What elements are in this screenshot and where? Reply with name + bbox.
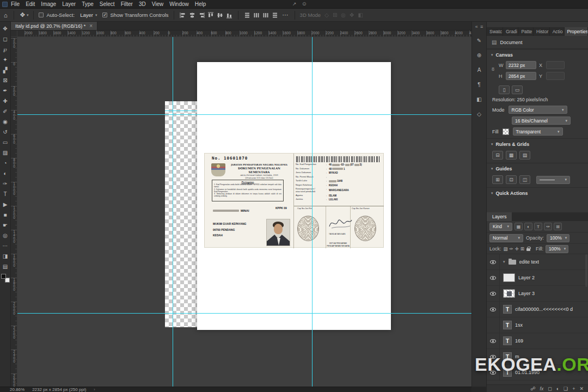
- panel-tab-gradi[interactable]: Gradi: [503, 27, 518, 36]
- clear-guides-button[interactable]: ◫: [519, 175, 530, 184]
- menu-item-filter[interactable]: Filter: [121, 1, 133, 7]
- move-tool-preset-icon[interactable]: ✥: [19, 11, 26, 19]
- move-tool[interactable]: ✥: [1, 23, 10, 34]
- menu-item-window[interactable]: Window: [169, 1, 189, 7]
- dodge-tool[interactable]: ◐: [1, 168, 10, 179]
- filter-smart-objects-icon[interactable]: ⊞: [554, 223, 562, 230]
- panel-tab-properties[interactable]: Properties: [565, 27, 588, 36]
- layer-visibility-toggle[interactable]: [487, 302, 500, 317]
- menu-item-image[interactable]: Image: [41, 1, 56, 7]
- layer-visibility-toggle[interactable]: [487, 317, 500, 333]
- grid-settings-button[interactable]: ▤: [519, 151, 530, 160]
- pen-tool[interactable]: ✑: [1, 179, 10, 189]
- layer-row[interactable]: Tcifa000000...<<<<<<<<0 d: [487, 302, 588, 317]
- canvas-area[interactable]: No. 10601870 JABATAN PENDAFTARAN NEGARA …: [17, 37, 471, 387]
- brush-settings-icon[interactable]: ✎: [474, 36, 484, 45]
- paragraph-panel-icon[interactable]: ¶: [474, 80, 484, 89]
- new-group-icon[interactable]: ❏: [564, 386, 568, 391]
- gradient-tool[interactable]: ▨: [1, 148, 10, 158]
- layer-row[interactable]: Layer 2: [487, 270, 588, 286]
- tab-layers[interactable]: Layers: [487, 212, 512, 221]
- path-selection-tool[interactable]: ▶: [1, 199, 10, 210]
- clone-stamp-tool[interactable]: ◉: [1, 117, 10, 127]
- zoom-level[interactable]: 20.86%: [10, 387, 24, 392]
- filter-adjustment-layers-icon[interactable]: ◐: [524, 223, 532, 230]
- layer-visibility-toggle[interactable]: [487, 254, 500, 270]
- distribute-horizontal-icon[interactable]: [253, 11, 260, 19]
- group-caret-icon[interactable]: ▾: [503, 260, 505, 264]
- more-align-options-icon[interactable]: ⋯: [281, 11, 290, 19]
- toggle-rulers-button[interactable]: ⊟: [492, 151, 503, 160]
- lock-guides-button[interactable]: ⊡: [506, 175, 517, 184]
- align-left-icon[interactable]: [179, 11, 187, 19]
- libraries-panel-icon[interactable]: ◇: [474, 109, 484, 118]
- crop-tool[interactable]: ▞: [1, 65, 10, 75]
- photoshop-app-icon[interactable]: [2, 2, 8, 7]
- layer-effects-icon[interactable]: fx: [540, 386, 544, 391]
- close-icon[interactable]: ×: [89, 23, 93, 29]
- expand-panels-icon[interactable]: «: [475, 24, 478, 29]
- status-options-icon[interactable]: ›: [94, 388, 95, 391]
- quick-selection-tool[interactable]: ✦: [1, 54, 10, 65]
- scrollbar[interactable]: [585, 254, 587, 287]
- lasso-tool[interactable]: ℘: [1, 44, 10, 54]
- brush-tool[interactable]: ✐: [1, 106, 10, 117]
- menu-item-view[interactable]: View: [152, 1, 164, 7]
- fill-select[interactable]: 100%: [546, 245, 568, 253]
- horizontal-guide[interactable]: [165, 111, 197, 111]
- show-transform-checkbox[interactable]: ✓: [102, 13, 107, 17]
- align-right-icon[interactable]: [198, 11, 205, 19]
- clone-source-icon[interactable]: ⊕: [474, 51, 484, 59]
- home-icon[interactable]: ⌂: [3, 12, 9, 19]
- padlock-icon[interactable]: [526, 248, 530, 251]
- panel-tab-histor[interactable]: Histor: [534, 27, 550, 36]
- distribute-left-icon[interactable]: [262, 11, 270, 19]
- filter-type-layers-icon[interactable]: T: [534, 223, 542, 230]
- document-canvas[interactable]: No. 10601870 JABATAN PENDAFTARAN NEGARA …: [197, 62, 391, 330]
- ruler-origin-corner[interactable]: [11, 30, 17, 37]
- menu-item-help[interactable]: Help: [195, 1, 206, 7]
- bit-depth-select[interactable]: 16 Bits/Channel: [512, 117, 571, 125]
- eyedropper-tool[interactable]: ✒: [1, 85, 10, 96]
- frame-tool[interactable]: ⊠: [1, 75, 10, 85]
- adjustment-layer-icon[interactable]: ◐: [556, 386, 559, 391]
- menu-item-3d[interactable]: 3D: [139, 1, 146, 7]
- history-brush-tool[interactable]: ↺: [1, 127, 10, 137]
- color-swatches[interactable]: [1, 274, 10, 283]
- menu-item-edit[interactable]: Edit: [26, 1, 35, 7]
- align-top-icon[interactable]: [207, 11, 215, 19]
- lock-transparency-icon[interactable]: ▨: [504, 246, 508, 252]
- layer-row[interactable]: T1sx: [487, 317, 588, 333]
- guides-section-header[interactable]: ▾ Guides: [487, 163, 588, 174]
- layer-visibility-toggle[interactable]: [487, 270, 500, 285]
- vertical-ruler[interactable]: 2000200400600800100012001400160018002000…: [11, 37, 17, 387]
- height-input[interactable]: 2854 px: [506, 72, 536, 80]
- horizontal-ruler[interactable]: 2000180016001400120010008006004002000200…: [17, 30, 471, 37]
- filter-kind-select[interactable]: Kind: [489, 223, 512, 231]
- auto-select-checkbox[interactable]: [39, 13, 44, 17]
- healing-brush-tool[interactable]: ✚: [1, 96, 10, 106]
- align-middle-icon[interactable]: [216, 11, 224, 19]
- new-guide-layout-button[interactable]: ⊞: [492, 175, 503, 184]
- delete-layer-icon[interactable]: ✕: [579, 386, 584, 391]
- toggle-grid-button[interactable]: ▦: [506, 151, 517, 160]
- vertical-guide[interactable]: [173, 37, 173, 387]
- tool-preset-caret-icon[interactable]: ▾: [27, 13, 29, 17]
- canvas-fill-select[interactable]: Transparent: [513, 127, 563, 136]
- rectangle-tool[interactable]: ■: [1, 210, 10, 220]
- link-layers-icon[interactable]: ☍: [530, 386, 535, 391]
- edit-toolbar-icon[interactable]: ⋯: [1, 241, 10, 251]
- menu-item-layer[interactable]: Layer: [62, 1, 76, 7]
- document-tab[interactable]: Italy id.psd @ 20.7% (RGB/16) * ×: [11, 22, 97, 30]
- vertical-guide[interactable]: [312, 37, 313, 387]
- eraser-tool[interactable]: ▭: [1, 137, 10, 148]
- align-center-horizontal-icon[interactable]: [188, 11, 196, 19]
- dock-menu-icon[interactable]: ≡: [480, 24, 483, 29]
- layer-row[interactable]: T169: [487, 333, 588, 349]
- glyphs-panel-icon[interactable]: ◧: [474, 95, 484, 103]
- panel-tab-actio[interactable]: Actio: [550, 27, 565, 36]
- marquee-tool[interactable]: ◻: [1, 34, 10, 44]
- menu-item-type[interactable]: Type: [82, 1, 94, 7]
- layer-row[interactable]: Layer 3: [487, 286, 588, 302]
- character-panel-icon[interactable]: A: [474, 65, 484, 74]
